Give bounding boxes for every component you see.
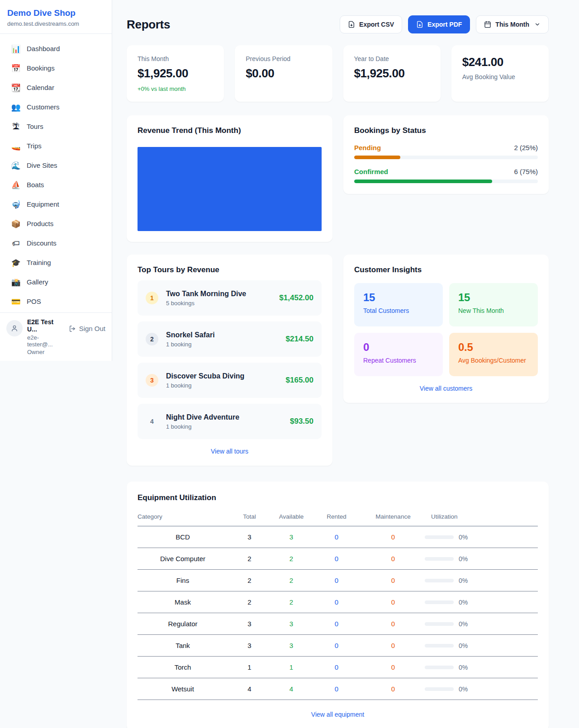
insight-value: 15 [458,291,529,304]
equip-total: 2 [228,570,271,591]
equip-total: 1 [228,657,271,678]
sidebar-item-dive-sites[interactable]: 🌊 Dive Sites [5,157,106,174]
sidebar-item-calendar[interactable]: 📆 Calendar [5,79,106,96]
column-header: Available [271,509,312,526]
period-dropdown[interactable]: This Month [476,15,549,33]
period-label: This Month [495,21,529,28]
equip-maintenance: 0 [361,548,425,570]
table-row: Regulator 3 3 0 0 0% [138,613,538,635]
insight-tile-new-this-month: 15 New This Month [449,283,538,326]
sidebar-item-products[interactable]: 📦 Products [5,215,106,232]
equip-category: Wetsuit [138,678,228,700]
file-download-icon [416,21,423,28]
column-header: Category [138,509,228,526]
equip-total: 3 [228,526,271,548]
list-item: 3 Discover Scuba Diving 1 booking $165.0… [138,363,322,398]
graduation-cap-icon: 🎓 [11,258,21,267]
equip-maintenance: 0 [361,678,425,700]
sidebar-item-label: Products [27,220,53,227]
equip-rented: 0 [312,570,361,591]
view-all-tours-link[interactable]: View all tours [138,448,322,455]
table-row: Wetsuit 4 4 0 0 0% [138,678,538,700]
equip-maintenance: 0 [361,526,425,548]
insight-tile-repeat-customers: 0 Repeat Customers [354,333,443,376]
export-pdf-button[interactable]: Export PDF [408,15,470,33]
sidebar-item-bookings[interactable]: 📅 Bookings [5,60,106,76]
sidebar-item-pos[interactable]: 💳 POS [5,293,106,310]
sidebar-item-label: Bookings [27,64,55,72]
insight-tile-avg-bookings: 0.5 Avg Bookings/Customer [449,333,538,376]
credit-card-icon: 💳 [11,297,21,306]
sidebar-item-label: Boats [27,181,44,189]
sidebar-item-label: Discounts [27,239,57,247]
insight-label: New This Month [458,307,529,314]
tour-revenue: $214.50 [286,335,313,344]
utilization-track [425,557,454,561]
utilization-track [425,644,454,648]
stat-label: Year to Date [354,55,430,62]
stat-label: This Month [138,55,213,62]
export-csv-button[interactable]: Export CSV [340,15,402,33]
sidebar-item-customers[interactable]: 👥 Customers [5,99,106,115]
user-email: e2e-tester@... [27,334,64,348]
equip-rented: 0 [312,548,361,570]
stat-label: Previous Period [246,55,321,62]
table-row: Dive Computer 2 2 0 0 0% [138,548,538,570]
stat-delta: +0% vs last month [138,85,213,92]
progress-track [354,156,538,159]
equip-category: Fins [138,570,228,591]
stat-card-year-to-date: Year to Date $1,925.00 [343,45,441,102]
equip-maintenance: 0 [361,657,425,678]
insight-value: 0 [363,341,434,354]
tour-name: Discover Scuba Diving [166,372,280,380]
sidebar-item-dashboard[interactable]: 📊 Dashboard [5,40,106,57]
equip-rented: 0 [312,591,361,613]
diving-mask-icon: 🤿 [11,200,21,209]
utilization-percent: 0% [459,555,468,563]
sidebar-item-gallery[interactable]: 📸 Gallery [5,274,106,290]
utilization-track [425,600,454,604]
sidebar-item-trips[interactable]: 🚤 Trips [5,137,106,154]
equip-rented: 0 [312,657,361,678]
view-all-customers-link[interactable]: View all customers [354,385,538,392]
tour-bookings: 1 booking [166,382,280,389]
equip-rented: 0 [312,678,361,700]
customer-insights-card: Customer Insights 15 Total Customers 15 … [343,255,549,403]
stat-card-avg-booking-value: $241.00 Avg Booking Value [451,45,549,102]
sidebar-item-equipment[interactable]: 🤿 Equipment [5,196,106,213]
insight-value: 0.5 [458,341,529,354]
sign-out-button[interactable]: Sign Out [69,325,105,332]
sidebar-item-discounts[interactable]: 🏷 Discounts [5,235,106,251]
equip-available: 2 [271,591,312,613]
customer-insights-title: Customer Insights [354,265,538,274]
sidebar-item-label: Calendar [27,84,54,91]
utilization-track [425,666,454,669]
equip-category: BCD [138,526,228,548]
sidebar-item-training[interactable]: 🎓 Training [5,254,106,271]
insight-value: 15 [363,291,434,304]
view-all-equipment-link[interactable]: View all equipment [138,711,538,718]
tour-name: Two Tank Morning Dive [166,290,274,298]
column-header: Rented [312,509,361,526]
camera-icon: 📸 [11,278,21,287]
tour-name: Snorkel Safari [166,331,280,339]
equip-rented: 0 [312,526,361,548]
sidebar-item-label: Customers [27,103,60,111]
sidebar-item-boats[interactable]: ⛵ Boats [5,176,106,193]
revenue-trend-chart [138,147,322,231]
equip-total: 4 [228,678,271,700]
column-header: Utilization [425,509,538,526]
utilization-track [425,622,454,626]
tour-bookings: 1 booking [166,341,280,348]
table-row: Torch 1 1 0 0 0% [138,657,538,678]
status-count: 6 (75%) [514,168,538,175]
utilization-percent: 0% [459,534,468,541]
island-icon: 🏝 [11,122,21,131]
sidebar-nav: 📊 Dashboard 📅 Bookings 📆 Calendar 👥 Cust… [0,34,112,312]
stat-value: $1,925.00 [138,66,213,80]
list-item: 2 Snorkel Safari 1 booking $214.50 [138,321,322,357]
equip-category: Mask [138,591,228,613]
sidebar-item-tours[interactable]: 🏝 Tours [5,118,106,135]
rank-badge: 4 [146,415,158,428]
sidebar-item-label: Training [27,259,51,266]
